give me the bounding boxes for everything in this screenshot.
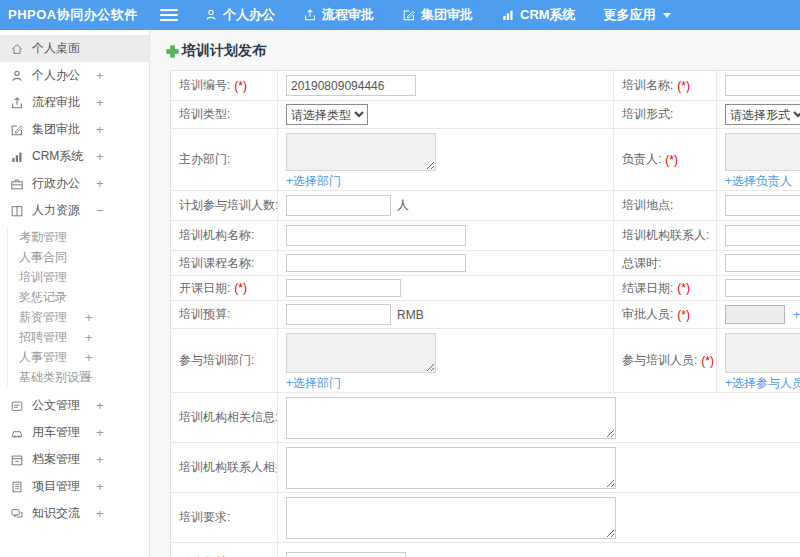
unit-label: RMB (397, 308, 424, 322)
org-name-input[interactable] (286, 225, 466, 246)
label-attachment: 附件文档: (171, 543, 278, 557)
join-dept-textarea[interactable] (286, 333, 436, 373)
main-content: 培训计划发布 培训编号: (*) 培训名称: (*) 培训类型: 请选择类型 (150, 30, 800, 557)
org-contact-info-textarea[interactable] (286, 447, 616, 489)
training-code-input[interactable] (286, 75, 416, 96)
required-mark: (*) (234, 281, 247, 295)
end-date-input[interactable] (725, 279, 800, 297)
label-org-contact-info: 培训机构联系人相关信息: (171, 443, 278, 493)
sidebar-item-vehicle[interactable]: 用车管理 + (0, 419, 149, 446)
sidebar-sub-personnel[interactable]: 人事管理 + (8, 347, 149, 367)
nav-label: 集团审批 (421, 6, 473, 24)
label-org-contact: 培训机构联系人: (614, 221, 717, 251)
host-dept-textarea[interactable] (286, 133, 436, 171)
nav-label: 个人办公 (223, 6, 275, 24)
sidebar-sub-training[interactable]: 培训管理 (8, 267, 149, 287)
car-icon (10, 426, 24, 440)
course-name-input[interactable] (286, 254, 466, 272)
upload-icon (10, 96, 24, 110)
sidebar-item-documents[interactable]: 公文管理 + (0, 392, 149, 419)
sidebar: 个人桌面 个人办公 + 流程审批 + 集团审批 + CRM系统 + 行政办公 +… (0, 30, 150, 557)
user-icon (10, 69, 24, 83)
label-training-type: 培训类型: (171, 101, 278, 129)
sidebar-item-knowledge[interactable]: 知识交流 + (0, 500, 149, 527)
approver-input[interactable] (725, 305, 785, 324)
leader-textarea[interactable] (725, 133, 800, 171)
training-name-input[interactable] (725, 75, 800, 96)
training-type-select[interactable]: 请选择类型 (286, 104, 368, 125)
label-host-dept: 主办部门: (171, 129, 278, 191)
hours-input[interactable] (725, 254, 800, 272)
required-mark: (*) (701, 354, 714, 368)
sidebar-item-process-approval[interactable]: 流程审批 + (0, 89, 149, 116)
sidebar-sub-hr-contract[interactable]: 人事合同 (8, 247, 149, 267)
chat-icon (10, 507, 24, 521)
toggle-mark: + (96, 398, 104, 413)
archive-icon (10, 453, 24, 467)
document-icon (10, 399, 24, 413)
org-contact-input[interactable] (725, 225, 800, 246)
nav-label: CRM系统 (520, 6, 576, 24)
budget-input[interactable] (286, 304, 391, 325)
label-course-name: 培训课程名称: (171, 251, 278, 276)
nav-label: 流程审批 (322, 6, 374, 24)
edit-icon (402, 8, 416, 22)
label-org-name: 培训机构名称: (171, 221, 278, 251)
training-mode-select[interactable]: 请选择形式 (725, 104, 800, 125)
label-place: 培训地点: (614, 191, 717, 221)
join-people-textarea[interactable] (725, 333, 800, 373)
toggle-mark: + (96, 149, 104, 164)
chart-icon (501, 8, 515, 22)
select-leader-link[interactable]: +选择负责人 (725, 173, 792, 190)
sidebar-sub-attendance[interactable]: 考勤管理 (8, 227, 149, 247)
label-training-mode: 培训形式: (614, 101, 717, 129)
label-start-date: 开课日期: (*) (171, 276, 278, 301)
label-headcount: 计划参与培训人数: (*) (171, 191, 278, 221)
label-end-date: 结课日期: (*) (614, 276, 717, 301)
menu-toggle-icon[interactable] (160, 9, 178, 21)
label-org-info: 培训机构相关信息: (171, 393, 278, 443)
required-mark: (*) (677, 308, 690, 322)
start-date-input[interactable] (286, 279, 401, 297)
user-icon (204, 8, 218, 22)
sidebar-item-personal-office[interactable]: 个人办公 + (0, 62, 149, 89)
headcount-input[interactable] (286, 195, 391, 216)
toggle-mark: + (96, 95, 104, 110)
attachment-input[interactable] (286, 552, 406, 557)
sidebar-item-project[interactable]: 项目管理 + (0, 473, 149, 500)
select-approver-link[interactable]: +选择审批人员 (793, 307, 800, 324)
nav-process-approval[interactable]: 流程审批 (303, 6, 374, 24)
sidebar-sub-salary[interactable]: 薪资管理 + (8, 307, 149, 327)
place-input[interactable] (725, 195, 800, 216)
book-icon (10, 204, 24, 218)
sidebar-item-hr[interactable]: 人力资源 − (0, 197, 149, 224)
label-approver: 审批人员: (*) (614, 301, 717, 329)
toggle-mark: + (96, 68, 104, 83)
sidebar-item-group-approval[interactable]: 集团审批 + (0, 116, 149, 143)
nav-personal-office[interactable]: 个人办公 (204, 6, 275, 24)
org-info-textarea[interactable] (286, 397, 616, 439)
nav-group-approval[interactable]: 集团审批 (402, 6, 473, 24)
training-plan-form: 培训编号: (*) 培训名称: (*) 培训类型: 请选择类型 培训形式: (170, 70, 800, 557)
upload-icon (303, 8, 317, 22)
sidebar-item-admin-office[interactable]: 行政办公 + (0, 170, 149, 197)
sidebar-item-desktop[interactable]: 个人桌面 (0, 35, 149, 62)
required-mark: (*) (677, 281, 690, 295)
required-mark: (*) (234, 79, 247, 93)
select-dept-link[interactable]: +选择部门 (286, 173, 341, 190)
home-icon (10, 42, 24, 56)
select-join-people-link[interactable]: +选择参与人员 (725, 375, 800, 392)
label-requirement: 培训要求: (171, 493, 278, 543)
nav-more-apps[interactable]: 更多应用 (604, 6, 671, 24)
sidebar-sub-recruit[interactable]: 招聘管理 + (8, 327, 149, 347)
page-title: 培训计划发布 (166, 42, 800, 60)
sidebar-item-crm[interactable]: CRM系统 + (0, 143, 149, 170)
sidebar-sub-reward[interactable]: 奖惩记录 (8, 287, 149, 307)
chart-icon (10, 150, 24, 164)
select-join-dept-link[interactable]: +选择部门 (286, 375, 341, 392)
requirement-textarea[interactable] (286, 497, 616, 539)
sidebar-item-archive[interactable]: 档案管理 + (0, 446, 149, 473)
sidebar-sub-base-category[interactable]: 基础类别设置 + (8, 367, 149, 387)
nav-crm-system[interactable]: CRM系统 (501, 6, 576, 24)
toggle-mark: − (96, 203, 104, 218)
